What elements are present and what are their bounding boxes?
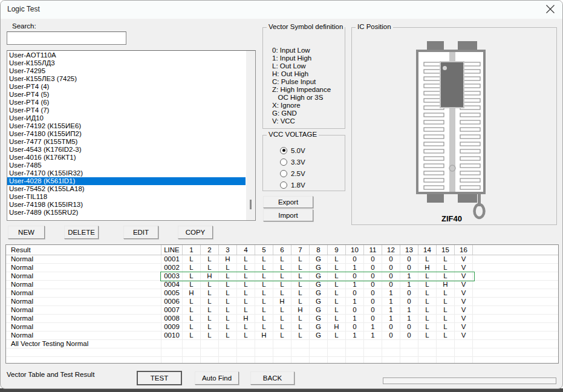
pin-column-header[interactable]: 3 [219, 245, 237, 255]
table-row[interactable]: Normal0007LLLLLLHGL0011LLV [6, 306, 558, 315]
pin-cell: 1 [346, 281, 364, 289]
search-label: Search: [12, 22, 36, 30]
list-item[interactable]: User-К155ЛЕ3 (7425) [7, 75, 246, 83]
pin-column-header[interactable]: 16 [455, 245, 473, 255]
line-cell: 0001 [161, 255, 183, 264]
table-row[interactable]: Normal0001LLHLLLLGL0000LLV [6, 255, 558, 264]
list-item[interactable]: User-75452 (K155LA18) [7, 185, 246, 193]
pin-column-header[interactable]: 10 [346, 245, 364, 255]
pin-cell [237, 357, 255, 364]
radio-icon[interactable] [280, 170, 287, 177]
list-item[interactable]: User-4543 (K176ID2-3) [7, 146, 246, 154]
pin-column-header[interactable]: 13 [400, 245, 418, 255]
titlebar: Logic Test [1, 1, 562, 19]
pin-cell: L [237, 255, 255, 264]
list-item[interactable]: User-4028 (K561ID1) [7, 177, 246, 185]
import-button[interactable]: Import [263, 209, 313, 221]
table-row[interactable]: Normal0010LLLLHLLGL1100LLV [6, 332, 558, 340]
radio-icon[interactable] [280, 147, 287, 154]
list-item[interactable]: User-4016 (К176КТ1) [7, 154, 246, 162]
pin-cell [400, 357, 418, 364]
close-icon[interactable] [544, 3, 556, 15]
pin-cell: L [328, 255, 346, 264]
edit-button[interactable]: EDIT [123, 226, 158, 239]
list-scrollbar[interactable] [246, 51, 255, 220]
list-item[interactable]: User-PT4 (6) [7, 99, 246, 106]
table-row[interactable]: Normal0005HLLLLLLGL0010LLV [6, 289, 558, 298]
pin-column-header[interactable]: 8 [310, 245, 328, 255]
delete-button[interactable]: DELETE [64, 226, 99, 239]
scrollbar-thumb[interactable] [250, 200, 252, 209]
copy-button[interactable]: COPY [178, 226, 213, 239]
pin-column-header[interactable]: 14 [418, 245, 437, 255]
export-button[interactable]: Export [263, 196, 313, 208]
list-item[interactable]: User-74295 [7, 67, 246, 75]
pin-cell: V [455, 298, 473, 306]
pin-cell: L [328, 298, 346, 306]
pin-column-header[interactable]: 1 [183, 245, 201, 255]
list-item[interactable]: User-ИД10 [7, 114, 246, 122]
list-item[interactable]: User-74192 (К155ИЕ6) [7, 122, 246, 130]
list-item[interactable]: User-TIL118 [7, 193, 246, 201]
test-button[interactable]: TEST [137, 371, 182, 385]
new-button[interactable]: NEW [8, 226, 45, 239]
pin-column-header[interactable]: 9 [328, 245, 346, 255]
table-row[interactable]: Normal0004LLLLLLLGL1001LHV [6, 281, 558, 289]
pin-cell: 0 [346, 255, 364, 264]
pin-column-header[interactable]: 5 [255, 245, 273, 255]
list-item[interactable]: User-74170 (K155IR32) [7, 169, 246, 177]
vector-symbol-group-title: Vector Symbol definition [267, 23, 345, 30]
pin-cell: L [291, 298, 310, 306]
table-row[interactable]: All Vector Testing Normal [6, 340, 558, 348]
radio-icon[interactable] [280, 181, 287, 189]
pin-cell: 0 [400, 255, 418, 264]
table-row[interactable]: Normal0008LLLHLLLGL1011LLV [6, 315, 558, 323]
list-item[interactable]: User-7477 (К155TM5) [7, 138, 246, 146]
pin-cell [455, 348, 473, 357]
auto-find-button[interactable]: Auto Find [195, 371, 239, 385]
pin-column-header[interactable]: 2 [201, 245, 219, 255]
pin-column-header[interactable]: 15 [437, 245, 455, 255]
pin-cell: H [237, 315, 255, 323]
list-item[interactable]: User-7485 [7, 162, 246, 169]
table-row[interactable] [6, 357, 558, 364]
vcc-option-5.0V[interactable]: 5.0V [280, 145, 305, 156]
vcc-option-3.3V[interactable]: 3.3V [280, 156, 305, 168]
search-input[interactable] [7, 31, 126, 45]
back-button[interactable]: BACK [250, 371, 295, 385]
pin-cell: V [455, 281, 473, 289]
pin-column-header[interactable]: 6 [273, 245, 291, 255]
pin-cell: H [183, 289, 201, 298]
pin-cell: L [291, 255, 310, 264]
pin-column-header[interactable]: 11 [364, 245, 382, 255]
result-column-header[interactable]: Result [6, 245, 161, 255]
pin-column-header[interactable]: 4 [237, 245, 255, 255]
pin-column-header[interactable]: 12 [382, 245, 400, 255]
pin-column-header[interactable]: 7 [291, 245, 310, 255]
list-item[interactable]: User-74198 (K155IR13) [7, 201, 246, 209]
list-item[interactable]: User-К155ЛД3 [7, 59, 246, 67]
list-item[interactable]: User-74180 (К155ИП2) [7, 130, 246, 138]
pin-cell: L [201, 298, 219, 306]
vcc-option-2.5V[interactable]: 2.5V [280, 168, 305, 179]
result-cell: Normal [6, 281, 161, 289]
list-item[interactable]: User-PT4 (5) [7, 91, 246, 99]
line-cell: 0006 [161, 298, 183, 306]
pin-cell: V [455, 332, 473, 340]
table-row[interactable]: Normal0006LLLLLHLGL1010LLV [6, 298, 558, 306]
list-item[interactable]: User-7489 (K155RU2) [7, 209, 246, 217]
table-row[interactable]: Normal0009LLLLLLLGH0100LLV [6, 323, 558, 332]
window-title: Logic Test [7, 5, 40, 13]
vcc-option-1.8V[interactable]: 1.8V [280, 179, 305, 191]
pin-cell: G [310, 315, 328, 323]
device-listbox[interactable]: User-AOT110AUser-К155ЛД3User-74295User-К… [7, 50, 256, 221]
table-row[interactable] [6, 348, 558, 357]
pin-cell [418, 348, 437, 357]
line-column-header[interactable]: LINE [161, 245, 183, 255]
list-item[interactable]: User-AOT110A [7, 51, 246, 59]
vcc-voltage-group: VCC VOLTAGE 5.0V3.3V2.5V1.8V [262, 135, 345, 191]
list-item[interactable]: User-PT4 (7) [7, 106, 246, 114]
radio-icon[interactable] [280, 158, 287, 166]
list-item[interactable]: User-PT4 (4) [7, 83, 246, 91]
table-row[interactable]: Normal0002LLLLLLLGL1000HLV [6, 264, 558, 272]
